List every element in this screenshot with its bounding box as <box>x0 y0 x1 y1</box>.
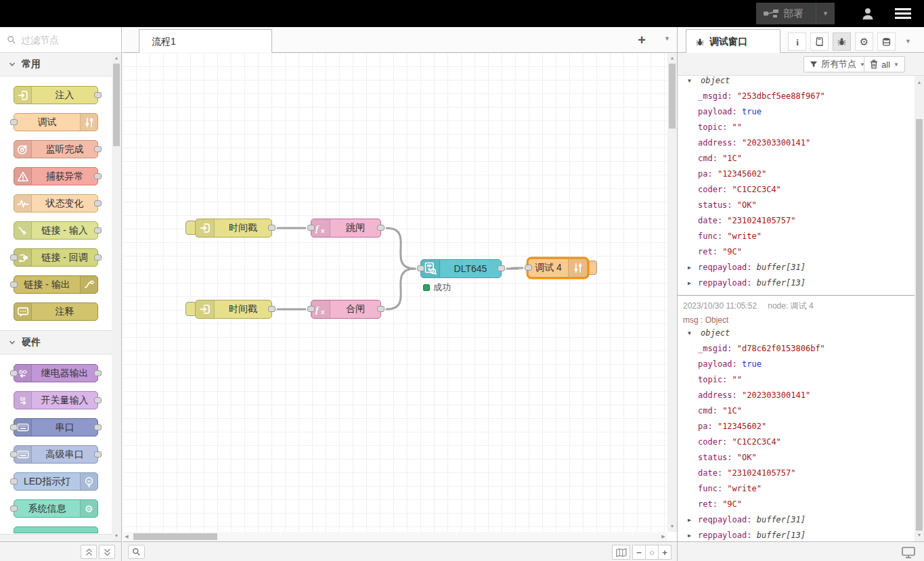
canvas-vscrollbar[interactable]: ▲ ▼ <box>667 53 677 532</box>
main-menu-button[interactable] <box>889 0 917 27</box>
debug-row[interactable]: address: "202303300141" <box>680 388 912 403</box>
help-tab-button[interactable] <box>810 32 829 51</box>
scroll-left-arrow-icon[interactable]: ◀ <box>123 532 131 541</box>
debug-row[interactable]: coder: "C1C2C3C4" <box>680 434 912 450</box>
debug-tab-button[interactable] <box>833 32 851 51</box>
debug-toggle-button[interactable] <box>586 261 597 275</box>
output-port[interactable] <box>94 146 102 152</box>
debug-row[interactable]: topic: "" <box>680 120 912 135</box>
debug-message-2[interactable]: 2023/10/30 11:05:52node: 调试 4msg : Objec… <box>678 296 915 541</box>
scroll-up-arrow-icon[interactable]: ▲ <box>667 54 677 62</box>
scroll-down-arrow-icon[interactable]: ▼ <box>112 532 121 540</box>
palette-category-1[interactable]: 常用 <box>0 53 112 76</box>
palette-search[interactable] <box>0 27 121 53</box>
scroll-down-arrow-icon[interactable]: ▼ <box>915 531 924 539</box>
node-body[interactable]: fx跳闸 <box>311 219 381 238</box>
scroll-up-arrow-icon[interactable]: ▲ <box>112 54 121 62</box>
palette-node[interactable]: DI开关量输入 <box>14 391 98 409</box>
debug-row[interactable]: payload: true <box>680 357 912 372</box>
node-body[interactable]: DLT645 <box>420 259 502 278</box>
palette-node[interactable]: 链接 - 输入 <box>14 221 98 240</box>
scroll-up-arrow-icon[interactable]: ▲ <box>915 78 924 87</box>
palette-node[interactable]: ⚙系统信息 <box>14 499 98 518</box>
input-port[interactable] <box>307 306 315 312</box>
palette-filter-input[interactable] <box>21 35 102 45</box>
debug-row[interactable]: cmd: "1C" <box>680 151 912 166</box>
debug-row[interactable]: ▼object <box>680 326 912 341</box>
wire[interactable] <box>387 228 415 269</box>
palette-node[interactable]: 捕获异常 <box>14 167 98 185</box>
output-port[interactable] <box>377 306 384 312</box>
debug-scrollbar[interactable]: ▲ ▼ <box>915 76 924 541</box>
output-port[interactable] <box>94 397 102 403</box>
palette-node[interactable]: 监听完成 <box>14 140 98 158</box>
output-port[interactable] <box>94 173 102 179</box>
debug-row[interactable]: _msgid: "253dbcf5ee88f967" <box>680 89 912 104</box>
output-port[interactable] <box>94 370 102 376</box>
scroll-down-arrow-icon[interactable]: ▼ <box>667 522 677 531</box>
debug-row[interactable]: _msgid: "d78c62f0153806bf" <box>680 341 912 357</box>
output-port[interactable] <box>94 424 102 430</box>
palette-node[interactable]: 链接 - 输出 <box>14 275 98 294</box>
flow-node-debug4[interactable]: 调试 4 <box>528 259 588 277</box>
debug-row[interactable]: cmd: "1C" <box>680 403 912 419</box>
output-port[interactable] <box>94 92 102 98</box>
node-body[interactable]: 时间戳 <box>195 219 272 238</box>
debug-row[interactable]: date: "231024105757" <box>680 213 912 229</box>
input-port[interactable] <box>10 478 18 485</box>
input-port[interactable] <box>10 370 18 376</box>
navigator-button[interactable] <box>612 545 630 560</box>
debug-row[interactable]: pa: "12345602" <box>680 166 912 182</box>
flow-list-caret[interactable]: ▼ <box>664 35 670 42</box>
caret-collapsed-icon[interactable]: ▶ <box>688 512 691 528</box>
palette-node[interactable]: 调试 <box>14 113 98 131</box>
input-port[interactable] <box>307 225 315 231</box>
caret-expanded-icon[interactable]: ▼ <box>688 326 691 341</box>
collapse-all-button[interactable] <box>81 545 97 559</box>
palette-node[interactable]: 状态变化 <box>14 194 98 212</box>
debug-row[interactable]: pa: "12345602" <box>680 419 912 434</box>
wire[interactable] <box>387 269 415 309</box>
expand-all-button[interactable] <box>99 545 115 559</box>
debug-row[interactable]: ▶reppayload: buffer[13] <box>680 275 912 291</box>
input-port[interactable] <box>417 265 424 271</box>
canvas-hscrollbar-thumb[interactable] <box>133 533 217 540</box>
input-port[interactable] <box>10 506 18 512</box>
output-port[interactable] <box>268 306 276 312</box>
config-tab-button[interactable]: ⚙ <box>855 32 873 51</box>
input-port[interactable] <box>10 254 18 261</box>
caret-collapsed-icon[interactable]: ▶ <box>688 275 691 291</box>
caret-expanded-icon[interactable]: ▼ <box>688 76 691 89</box>
debug-filter-button[interactable]: 所有节点 ▼ <box>804 56 871 72</box>
deploy-button[interactable]: 部署 ▼ <box>756 3 835 24</box>
zoom-reset-button[interactable]: ○ <box>645 545 659 560</box>
output-port[interactable] <box>268 225 276 231</box>
debug-message-1[interactable]: ▼object_msgid: "253dbcf5ee88f967"payload… <box>678 76 915 296</box>
palette-scrollbar[interactable]: ▲ ▼ <box>112 53 121 541</box>
output-port[interactable] <box>94 451 102 457</box>
debug-row[interactable]: topic: "" <box>680 372 912 388</box>
flow-node-inject2[interactable]: 时间戳 <box>195 300 272 319</box>
palette-node[interactable]: DO继电器输出 <box>14 364 98 382</box>
tab-debug-window[interactable]: 调试窗口 <box>686 29 780 53</box>
info-tab-button[interactable]: i <box>788 32 806 51</box>
debug-row[interactable]: func: "write" <box>680 481 912 497</box>
palette-node[interactable]: 高级串口 <box>14 445 98 464</box>
debug-row[interactable]: ▶reqpayload: buffer[31] <box>680 260 912 275</box>
palette-node[interactable]: 串口 <box>14 418 98 436</box>
input-port[interactable] <box>10 119 18 125</box>
output-port[interactable] <box>94 254 102 261</box>
palette-node[interactable]: 注释 <box>14 302 98 321</box>
debug-row[interactable]: ret: "9C" <box>680 497 912 512</box>
output-port[interactable] <box>377 225 384 231</box>
debug-row[interactable]: payload: true <box>680 104 912 120</box>
flow-node-fn1[interactable]: fx跳闸 <box>311 219 381 238</box>
caret-collapsed-icon[interactable]: ▶ <box>688 528 691 541</box>
context-tab-button[interactable] <box>877 32 896 51</box>
input-port[interactable] <box>10 282 18 288</box>
zoom-out-button[interactable]: − <box>632 545 646 560</box>
sidebar-options-caret[interactable]: ▼ <box>905 38 911 45</box>
flow-canvas[interactable]: 时间戳fx跳闸时间戳fx合闸DLT645成功调试 4 <box>123 53 667 532</box>
scroll-right-arrow-icon[interactable]: ▶ <box>659 532 667 541</box>
flow-node-dlt[interactable]: DLT645成功 <box>420 259 502 278</box>
